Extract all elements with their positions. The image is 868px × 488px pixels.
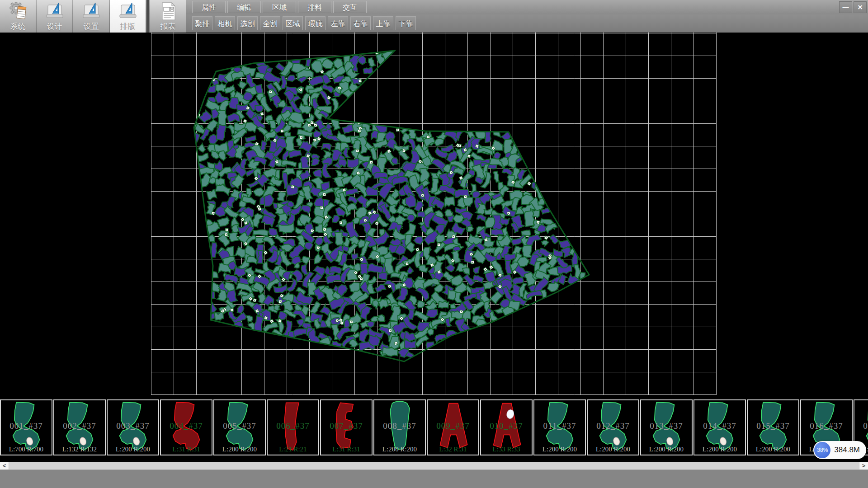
thumbnail-cell-6[interactable]: 006_#37L:21 R:21 bbox=[267, 399, 319, 455]
piece-counts-label: L:32 R:31 bbox=[428, 446, 478, 453]
piece-counts-label: L:31 R:31 bbox=[321, 446, 372, 453]
main-tab-3[interactable]: 设置 bbox=[73, 0, 109, 33]
piece-counts-label: L:33 R:33 bbox=[481, 446, 532, 453]
piece-counts-label: L:700 R:700 bbox=[1, 446, 52, 453]
menu-tab-5[interactable]: 交互 bbox=[333, 1, 367, 13]
piece-id-label: 008_#37 bbox=[374, 421, 425, 431]
set-square-icon bbox=[118, 1, 138, 21]
tool-button-9[interactable]: 上靠 bbox=[373, 16, 393, 30]
thumbnail-cell-14[interactable]: 014_#37L:200 R:200 bbox=[693, 399, 746, 455]
set-square-icon bbox=[81, 1, 101, 21]
piece-id-label: 003_#37 bbox=[108, 421, 158, 431]
report-document-icon bbox=[158, 1, 178, 21]
thumbnail-cell-15[interactable]: 015_#37L:200 R:200 bbox=[747, 399, 799, 455]
memory-usage-text: 384.8M bbox=[834, 446, 860, 455]
main-tab-label: 排版 bbox=[120, 21, 136, 32]
thumbnail-cell-3[interactable]: 003_#37L:200 R:200 bbox=[107, 399, 159, 455]
tool-button-row: 聚排相机选割全割区域瑕疵左靠右靠上靠下靠 bbox=[192, 16, 416, 30]
thumbnail-cell-5[interactable]: 005_#37L:200 R:200 bbox=[213, 399, 266, 455]
nesting-canvas[interactable] bbox=[0, 33, 868, 399]
main-tab-5[interactable]: 报表 bbox=[150, 0, 186, 33]
main-tab-label: 设置 bbox=[84, 21, 99, 32]
piece-id-label: 001_#37 bbox=[1, 421, 52, 431]
tool-button-10[interactable]: 下靠 bbox=[396, 16, 416, 30]
thumbnail-cell-4[interactable]: 004_#37L:31 R:31 bbox=[160, 399, 212, 455]
tool-button-3[interactable]: 选割 bbox=[237, 16, 258, 30]
thumbnail-cell-2[interactable]: 002_#37L:132 R:132 bbox=[53, 399, 106, 455]
piece-thumbnail-strip: 001_#37L:700 R:700002_#37L:132 R:132003_… bbox=[0, 399, 868, 462]
piece-id-label: 015_#37 bbox=[748, 421, 798, 431]
tool-button-7[interactable]: 左靠 bbox=[328, 16, 348, 30]
piece-counts-label: L:31 R:31 bbox=[161, 446, 212, 453]
piece-id-label: 011_#37 bbox=[534, 421, 585, 431]
close-button[interactable]: ✕ bbox=[854, 1, 867, 13]
main-tab-label: 报表 bbox=[160, 21, 176, 32]
main-tab-4[interactable]: 排版 bbox=[110, 0, 146, 33]
piece-counts-label: L:200 R:200 bbox=[374, 446, 425, 453]
memory-status-pill: 38% 384.8M bbox=[813, 441, 866, 459]
piece-counts-label: L:200 R:200 bbox=[694, 446, 745, 453]
thumbnail-cell-7[interactable]: 007_#37L:31 R:31 bbox=[320, 399, 373, 455]
piece-id-label: 014_#37 bbox=[694, 421, 745, 431]
piece-id-label: 004_#37 bbox=[161, 421, 212, 431]
tool-button-1[interactable]: 聚排 bbox=[192, 16, 212, 30]
piece-counts-label: L:200 R:200 bbox=[748, 446, 798, 453]
window-controls: — ✕ bbox=[839, 1, 867, 13]
menu-tab-3[interactable]: 区域 bbox=[263, 1, 296, 13]
piece-counts-label: L:200 R:200 bbox=[108, 446, 158, 453]
thumbnail-cell-13[interactable]: 013_#37L:200 R:200 bbox=[640, 399, 693, 455]
piece-id-label: 013_#37 bbox=[641, 421, 692, 431]
piece-id-label: 005_#37 bbox=[214, 421, 265, 431]
menu-tab-1[interactable]: 属性 bbox=[192, 1, 226, 13]
menu-tab-row: 属性编辑区域排料交互 bbox=[192, 1, 367, 13]
main-tab-bar: 系统设计设置排版报表 bbox=[0, 0, 187, 33]
tool-button-2[interactable]: 相机 bbox=[215, 16, 235, 30]
horizontal-scrollbar[interactable]: < > bbox=[0, 462, 868, 469]
status-bar bbox=[0, 469, 868, 488]
scroll-left-arrow-icon[interactable]: < bbox=[0, 462, 9, 469]
thumbnail-cell-9[interactable]: 009_#37L:32 R:31 bbox=[427, 399, 479, 455]
piece-counts-label: L:200 R:200 bbox=[641, 446, 692, 453]
piece-id-label: 007_#37 bbox=[321, 421, 372, 431]
piece-id-label: 002_#37 bbox=[54, 421, 105, 431]
thumbnail-cell-11[interactable]: 011_#37L:200 R:200 bbox=[533, 399, 586, 455]
piece-id-label: 017_#37 bbox=[854, 421, 868, 431]
tool-button-4[interactable]: 全割 bbox=[260, 16, 280, 30]
scroll-right-arrow-icon[interactable]: > bbox=[859, 462, 868, 469]
progress-circle: 38% bbox=[814, 442, 830, 458]
gear-settings-icon bbox=[8, 1, 28, 21]
minimize-button[interactable]: — bbox=[839, 1, 852, 13]
tool-button-5[interactable]: 区域 bbox=[283, 16, 303, 30]
tab-separator bbox=[146, 0, 149, 33]
piece-counts-label: L:200 R:200 bbox=[588, 446, 638, 453]
thumbnail-cell-10[interactable]: 010_#37L:33 R:33 bbox=[480, 399, 533, 455]
piece-counts-label: L:200 R:200 bbox=[214, 446, 265, 453]
piece-id-label: 016_#37 bbox=[801, 421, 852, 431]
piece-counts-label: L:132 R:132 bbox=[54, 446, 105, 453]
thumbnail-cell-1[interactable]: 001_#37L:700 R:700 bbox=[0, 399, 52, 455]
main-tab-label: 系统 bbox=[10, 21, 26, 32]
thumbnail-cell-12[interactable]: 012_#37L:200 R:200 bbox=[587, 399, 639, 455]
piece-id-label: 006_#37 bbox=[268, 421, 318, 431]
main-tab-label: 设计 bbox=[47, 21, 62, 32]
menu-tab-4[interactable]: 排料 bbox=[298, 1, 331, 13]
title-bar: 系统设计设置排版报表 属性编辑区域排料交互 聚排相机选割全割区域瑕疵左靠右靠上靠… bbox=[0, 0, 868, 33]
piece-id-label: 012_#37 bbox=[588, 421, 638, 431]
tool-button-6[interactable]: 瑕疵 bbox=[305, 16, 326, 30]
main-tab-1[interactable]: 系统 bbox=[0, 0, 36, 33]
main-tab-2[interactable]: 设计 bbox=[37, 0, 72, 33]
tool-button-8[interactable]: 右靠 bbox=[350, 16, 371, 30]
piece-counts-label: L:21 R:21 bbox=[268, 446, 318, 453]
piece-id-label: 010_#37 bbox=[481, 421, 532, 431]
thumbnail-cell-8[interactable]: 008_#37L:200 R:200 bbox=[373, 399, 426, 455]
set-square-icon bbox=[45, 1, 65, 21]
piece-counts-label: L:200 R:200 bbox=[534, 446, 585, 453]
menu-tab-2[interactable]: 编辑 bbox=[227, 1, 261, 13]
piece-id-label: 009_#37 bbox=[428, 421, 478, 431]
